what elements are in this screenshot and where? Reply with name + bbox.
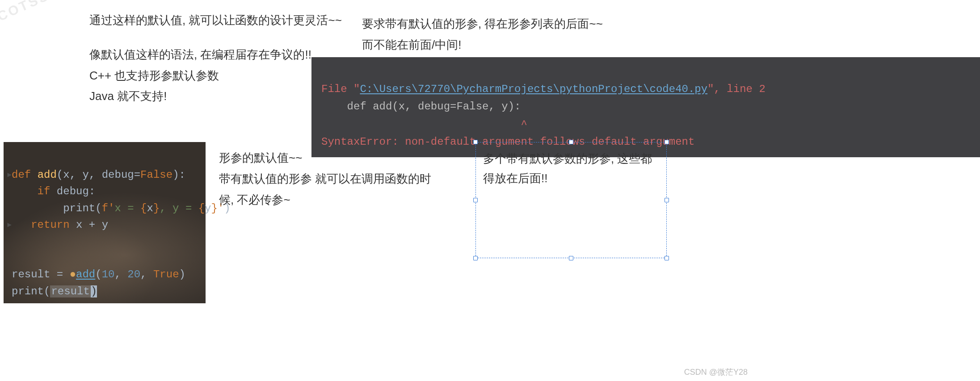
cond: debug: — [50, 185, 95, 197]
brace: { — [140, 202, 147, 214]
text-line: 而不能在前面/中间! — [362, 34, 684, 55]
resize-handle[interactable] — [569, 140, 573, 144]
text-line: 带有默认值的形参 就可以在调用函数的时候, 不必传参~ — [219, 168, 442, 210]
error-code-line: def add(x, debug=False, y): — [321, 100, 521, 113]
kw-return: return — [31, 219, 69, 231]
resize-handle[interactable] — [569, 256, 573, 260]
brace: } — [211, 202, 218, 214]
punct: ) — [179, 268, 185, 281]
quote: " — [707, 83, 714, 95]
resize-handle[interactable] — [473, 140, 478, 144]
fn-print: print — [63, 202, 95, 214]
kw-if: if — [38, 185, 50, 197]
param: x — [63, 169, 69, 181]
cursor: ) — [91, 285, 97, 297]
text-line: 形参的默认值~~ — [219, 147, 442, 168]
punct: , — [114, 268, 127, 281]
param: debug — [102, 169, 134, 181]
error-caret: ^ — [321, 118, 527, 130]
resize-handle[interactable] — [473, 198, 478, 202]
num: 20 — [127, 268, 140, 281]
brace: } — [153, 202, 160, 214]
num: 10 — [102, 268, 115, 281]
fn-name: add — [38, 169, 57, 181]
fn-print: print — [12, 285, 44, 297]
fprefix: f' — [102, 202, 115, 214]
resize-handle[interactable] — [665, 140, 669, 144]
code-block: ▸def add(x, y, debug=False): if debug: p… — [4, 142, 206, 303]
selected-text-box[interactable]: 多个带有默认参数的形参, 这些都得放在后面!! — [475, 142, 667, 258]
error-line-suffix: , line 2 — [714, 83, 765, 95]
text-line: 通过这样的默认值, 就可以让函数的设计更灵活~~ — [89, 10, 358, 31]
punct: ( — [57, 169, 63, 181]
resize-handle[interactable] — [665, 256, 669, 260]
expr: x + y — [70, 219, 108, 231]
brace: { — [198, 202, 205, 214]
var: result — [12, 268, 50, 281]
punct: = — [50, 268, 69, 281]
kw-def: def — [12, 169, 31, 181]
resize-handle[interactable] — [665, 198, 669, 202]
note-top-right: 要求带有默认值的形参, 得在形参列表的后面~~ 而不能在前面/中间! — [362, 13, 684, 55]
resize-handle[interactable] — [473, 256, 478, 260]
error-path: C:\Users\72770\PycharmProjects\pythonPro… — [360, 83, 707, 95]
str: , y = — [160, 202, 198, 214]
error-file-label: File — [321, 83, 353, 95]
watermark: COTSSI — [0, 0, 57, 24]
text-line: 要求带有默认值的形参, 得在形参列表的后面~~ — [362, 13, 684, 34]
param: y — [82, 169, 88, 181]
punct: , — [70, 169, 83, 181]
var: x — [147, 202, 153, 214]
bool: True — [153, 268, 179, 281]
credit-watermark: CSDN @微茫Y28 — [684, 367, 748, 377]
punct: ( — [44, 285, 50, 297]
var: y — [205, 202, 211, 214]
bool: False — [140, 169, 172, 181]
punct: ( — [95, 268, 101, 281]
note-mid: 形参的默认值~~ 带有默认值的形参 就可以在调用函数的时候, 不必传参~ — [219, 147, 442, 210]
fn-call: add — [76, 268, 95, 281]
punct: = — [134, 169, 140, 181]
quote: " — [353, 83, 360, 95]
var: result — [50, 285, 90, 297]
punct: ( — [95, 202, 101, 214]
punct: , — [140, 268, 153, 281]
punct: ): — [172, 169, 185, 181]
text-line: 多个带有默认参数的形参, 这些都得放在后面!! — [483, 152, 652, 185]
str: x = — [114, 202, 140, 214]
punct: , — [89, 169, 102, 181]
